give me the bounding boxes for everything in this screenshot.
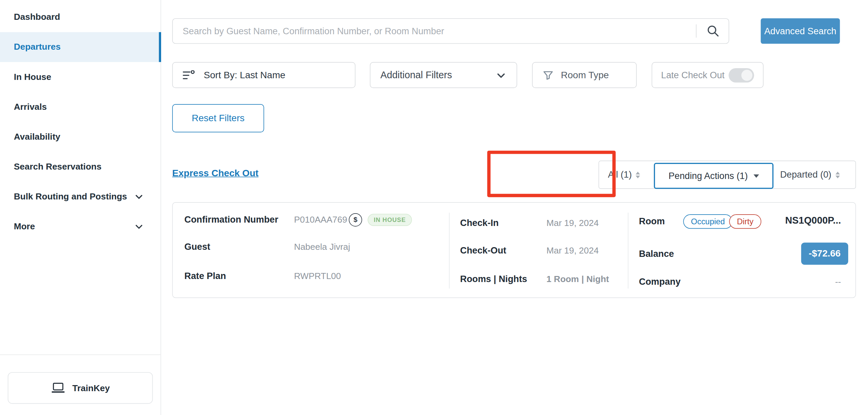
- tab-departed[interactable]: Departed (0): [780, 161, 840, 188]
- additional-filters-label: Additional Filters: [380, 69, 452, 81]
- sidebar-item-search-reservations[interactable]: Search Reservations: [0, 152, 160, 182]
- sidebar-item-label: In House: [14, 72, 51, 82]
- sidebar-item-label: Bulk Routing and Postings: [14, 192, 127, 202]
- app-window: Dashboard Departures In House Arrivals A…: [0, 0, 868, 415]
- caret-down-icon: [753, 174, 758, 178]
- check-in-label: Check-In: [460, 217, 499, 228]
- sidebar-item-label: More: [14, 221, 35, 232]
- sidebar-item-availability[interactable]: Availability: [0, 122, 160, 152]
- tab-all[interactable]: All (1): [608, 161, 640, 188]
- search-divider: [696, 25, 696, 38]
- reset-filters-button[interactable]: Reset Filters: [172, 104, 264, 132]
- card-divider: [628, 212, 629, 289]
- rooms-nights-value: 1 Room | Night: [547, 274, 609, 285]
- late-check-out-filter: Late Check Out: [651, 62, 763, 88]
- chevron-down-icon: [495, 69, 506, 81]
- room-label: Room: [639, 216, 665, 226]
- toggle-knob: [741, 69, 752, 81]
- chevron-down-icon: [134, 192, 144, 202]
- rate-plan-label: Rate Plan: [184, 271, 226, 281]
- search-icon[interactable]: [706, 24, 720, 38]
- room-status-occupied-badge: Occupied: [683, 214, 733, 229]
- sidebar-item-label: Availability: [14, 132, 60, 142]
- sort-by-button[interactable]: Sort By: Last Name: [172, 62, 355, 88]
- balance-label: Balance: [639, 249, 674, 259]
- dollar-symbol: $: [353, 216, 357, 224]
- sidebar-divider: [0, 355, 160, 355]
- sidebar-item-label: Departures: [14, 42, 60, 52]
- room-type-label: Room Type: [561, 69, 609, 81]
- main-content: Advanced Search Sort By: Last Name Addit…: [161, 0, 868, 415]
- trainkey-button[interactable]: TrainKey: [8, 372, 153, 404]
- advanced-search-button[interactable]: Advanced Search: [761, 18, 840, 43]
- rooms-nights-label: Rooms | Nights: [460, 274, 527, 284]
- chevron-down-icon: [134, 221, 144, 232]
- sort-by-label: Sort By: Last Name: [204, 69, 285, 81]
- departures-tabs: All (1) Pending Actions (1) Departed (0): [598, 160, 856, 189]
- confirmation-number-value: P010AAA769: [294, 215, 347, 225]
- check-out-label: Check-Out: [460, 245, 506, 256]
- room-type-button[interactable]: Room Type: [532, 62, 637, 88]
- sidebar-item-dashboard[interactable]: Dashboard: [0, 2, 160, 32]
- laptop-icon: [51, 382, 65, 394]
- sidebar-item-label: Search Reservations: [14, 162, 101, 172]
- sidebar-item-more[interactable]: More: [0, 211, 160, 241]
- guest-value: Nabeela Jivraj: [294, 242, 350, 252]
- dollar-circle-icon[interactable]: $: [349, 213, 362, 227]
- check-in-value: Mar 19, 2024: [547, 218, 599, 228]
- express-check-out-link[interactable]: Express Check Out: [172, 168, 258, 179]
- late-check-out-label: Late Check Out: [661, 70, 725, 80]
- in-house-status-badge: IN HOUSE: [368, 214, 412, 226]
- confirmation-number-label: Confirmation Number: [184, 214, 278, 225]
- balance-value[interactable]: -$72.66: [801, 242, 848, 265]
- funnel-icon: [543, 69, 554, 81]
- sidebar-item-arrivals[interactable]: Arrivals: [0, 92, 160, 122]
- late-check-out-toggle[interactable]: [729, 68, 754, 82]
- rate-plan-value: RWPRTL00: [294, 271, 341, 281]
- highlight-annotation: [487, 151, 616, 198]
- tab-pending-actions-label: Pending Actions (1): [669, 171, 748, 181]
- sort-arrows-icon: [636, 172, 640, 178]
- tab-all-label: All (1): [608, 170, 632, 180]
- sidebar-item-in-house[interactable]: In House: [0, 62, 160, 92]
- trainkey-label: TrainKey: [72, 383, 110, 393]
- sort-icon: [183, 70, 195, 80]
- card-divider: [449, 212, 450, 289]
- additional-filters-dropdown[interactable]: Additional Filters: [370, 62, 517, 88]
- search-input[interactable]: [172, 18, 729, 43]
- sidebar-item-bulk-routing-and-postings[interactable]: Bulk Routing and Postings: [0, 182, 160, 211]
- sidebar-item-label: Dashboard: [14, 12, 60, 22]
- company-value: --: [835, 277, 841, 287]
- tab-departed-label: Departed (0): [780, 170, 831, 180]
- company-label: Company: [639, 276, 681, 287]
- guest-label: Guest: [184, 241, 210, 252]
- room-status-dirty-badge: Dirty: [729, 214, 761, 229]
- room-number-value: NS1Q000P...: [785, 215, 841, 227]
- check-out-value: Mar 19, 2024: [547, 246, 599, 256]
- sidebar-item-departures[interactable]: Departures: [0, 32, 160, 62]
- sidebar: Dashboard Departures In House Arrivals A…: [0, 0, 161, 415]
- sort-arrows-icon: [835, 172, 840, 178]
- sidebar-item-label: Arrivals: [14, 102, 46, 112]
- tab-pending-actions[interactable]: Pending Actions (1): [654, 163, 773, 189]
- reservation-card[interactable]: Confirmation Number P010AAA769 $ IN HOUS…: [172, 202, 856, 298]
